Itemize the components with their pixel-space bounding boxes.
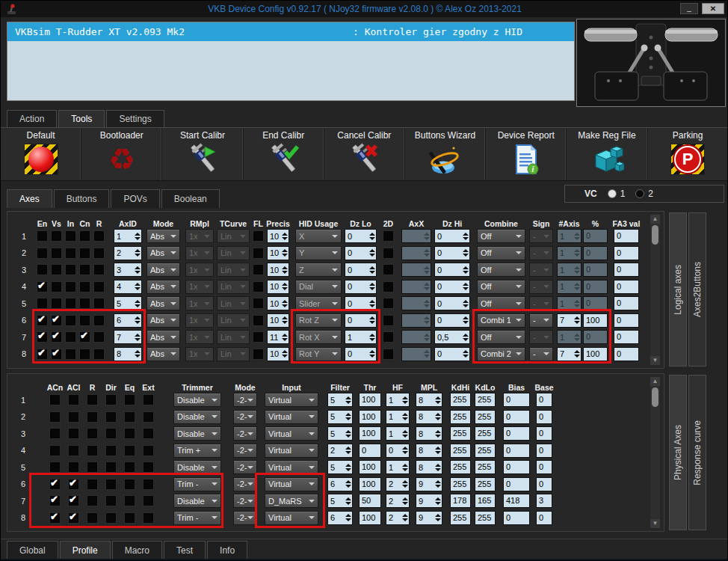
fa3-field[interactable]: 0 (614, 330, 639, 344)
cn-checkbox[interactable] (79, 281, 90, 292)
kdhi-field[interactable]: 178 (450, 494, 471, 508)
r-checkbox[interactable] (93, 281, 105, 292)
make-reg-file-button[interactable]: Make Reg File (567, 128, 647, 180)
mode-dropdown[interactable]: -2- (233, 494, 257, 508)
dzhi-spinner[interactable]: 0 (434, 313, 470, 328)
base-field[interactable]: 3 (536, 494, 552, 508)
acn-checkbox[interactable] (49, 495, 61, 506)
dir-checkbox[interactable] (105, 411, 117, 423)
ext-checkbox[interactable] (143, 445, 154, 456)
base-field[interactable]: 0 (536, 511, 552, 525)
dzlo-spinner[interactable]: 0 (345, 296, 377, 310)
input-dropdown[interactable]: Virtual (265, 393, 318, 407)
kdhi-field[interactable]: 255 (450, 477, 471, 491)
bottomtab-info[interactable]: Info (207, 541, 247, 559)
input-dropdown[interactable]: Virtual (265, 444, 318, 458)
fl-checkbox[interactable] (253, 230, 264, 242)
vs-checkbox[interactable] (51, 230, 62, 242)
logical-axes-scrollbar[interactable]: ▲ ▼ (650, 215, 660, 365)
dzhi-spinner[interactable]: 0 (434, 229, 470, 243)
mode-dropdown[interactable]: Abs (146, 330, 180, 344)
mode-dropdown[interactable]: -2- (233, 410, 257, 424)
hf-spinner[interactable]: 0 (386, 444, 410, 458)
acn-checkbox[interactable] (49, 428, 61, 439)
bias-field[interactable]: 418 (503, 494, 530, 508)
vs-checkbox[interactable] (51, 349, 62, 360)
acl-checkbox[interactable] (68, 428, 79, 439)
dzlo-spinner[interactable]: 0 (345, 347, 377, 361)
kdhi-field[interactable]: 255 (450, 444, 471, 458)
axid-spinner[interactable]: 1 (114, 229, 142, 243)
mode-dropdown[interactable]: -2- (233, 393, 257, 407)
bootloader-button[interactable]: Bootloader♻ (81, 128, 162, 180)
mpl-spinner[interactable]: 8 (416, 426, 442, 441)
r-checkbox[interactable] (87, 411, 98, 423)
kdlo-field[interactable]: 255 (475, 410, 496, 424)
bottomtab-test[interactable]: Test (164, 541, 206, 559)
fa3-field[interactable]: 0 (614, 280, 639, 294)
mode-dropdown[interactable]: Abs (146, 280, 180, 294)
bottomtab-profile[interactable]: Profile (60, 541, 111, 559)
base-field[interactable]: 0 (536, 410, 552, 424)
precis-spinner[interactable]: 10 (267, 280, 289, 294)
dzhi-spinner[interactable]: 0,5 (434, 330, 470, 344)
fa3-field[interactable]: 0 (614, 313, 639, 328)
hid-dropdown[interactable]: Z (295, 263, 342, 277)
acn-checkbox[interactable] (49, 394, 61, 405)
r-checkbox[interactable] (93, 264, 105, 275)
minimize-button[interactable]: _ (680, 3, 698, 14)
cn-checkbox[interactable] (79, 349, 90, 360)
dzlo-spinner[interactable]: 0 (345, 280, 377, 294)
mpl-spinner[interactable]: 8 (416, 393, 442, 407)
kdhi-field[interactable]: 255 (450, 410, 471, 424)
kdhi-field[interactable]: 255 (450, 426, 471, 441)
filter-spinner[interactable]: 5 (327, 410, 353, 424)
d2-checkbox[interactable] (383, 264, 394, 275)
dzhi-spinner[interactable]: 0 (434, 280, 470, 294)
in-checkbox[interactable] (65, 349, 76, 360)
filter-spinner[interactable]: 5 (327, 393, 353, 407)
fl-checkbox[interactable] (253, 264, 264, 275)
pct-field[interactable]: 100 (583, 347, 608, 361)
r-checkbox[interactable] (87, 445, 98, 456)
hid-dropdown[interactable]: Rot Z (295, 313, 342, 328)
thr-field[interactable]: 100 (359, 393, 381, 407)
subtab-buttons[interactable]: Buttons (54, 189, 110, 208)
eq-checkbox[interactable] (124, 394, 135, 405)
fa3-field[interactable]: 0 (614, 263, 639, 277)
acn-checkbox[interactable] (49, 512, 61, 524)
mpl-spinner[interactable]: 9 (416, 511, 442, 525)
acn-checkbox[interactable] (49, 479, 61, 490)
thr-field[interactable]: 100 (359, 426, 381, 441)
cn-checkbox[interactable] (79, 230, 90, 242)
hf-spinner[interactable]: 1 (386, 410, 410, 424)
acn-checkbox[interactable] (49, 445, 61, 456)
eq-checkbox[interactable] (124, 428, 135, 439)
scroll-down-icon[interactable]: ▼ (650, 356, 660, 365)
vs-checkbox[interactable] (51, 298, 62, 309)
kdlo-field[interactable]: 255 (475, 444, 496, 458)
r-checkbox[interactable] (87, 462, 98, 473)
en-checkbox[interactable] (37, 298, 48, 309)
acl-checkbox[interactable] (68, 495, 79, 506)
base-field[interactable]: 0 (536, 444, 552, 458)
buttons-wizard-button[interactable]: Buttons Wizard (405, 128, 486, 180)
in-checkbox[interactable] (65, 315, 76, 326)
start-calibr-button[interactable]: Start Calibr (162, 128, 243, 180)
en-checkbox[interactable] (37, 264, 48, 275)
hid-dropdown[interactable]: Y (295, 246, 342, 260)
precis-spinner[interactable]: 10 (267, 229, 289, 243)
r-checkbox[interactable] (87, 512, 98, 524)
trimmer-dropdown[interactable]: Disable (173, 426, 221, 441)
eq-checkbox[interactable] (124, 479, 135, 490)
mode-dropdown[interactable]: Abs (146, 229, 180, 243)
in-checkbox[interactable] (65, 331, 76, 343)
mpl-spinner[interactable]: 8 (416, 444, 442, 458)
r-checkbox[interactable] (93, 349, 105, 360)
filter-spinner[interactable]: 5 (327, 426, 353, 441)
precis-spinner[interactable]: 10 (267, 263, 289, 277)
input-dropdown[interactable]: Virtual (265, 460, 318, 474)
bottomtab-global[interactable]: Global (7, 541, 58, 559)
mode-dropdown[interactable]: Abs (146, 347, 180, 361)
sign-dropdown[interactable]: - (529, 347, 553, 361)
